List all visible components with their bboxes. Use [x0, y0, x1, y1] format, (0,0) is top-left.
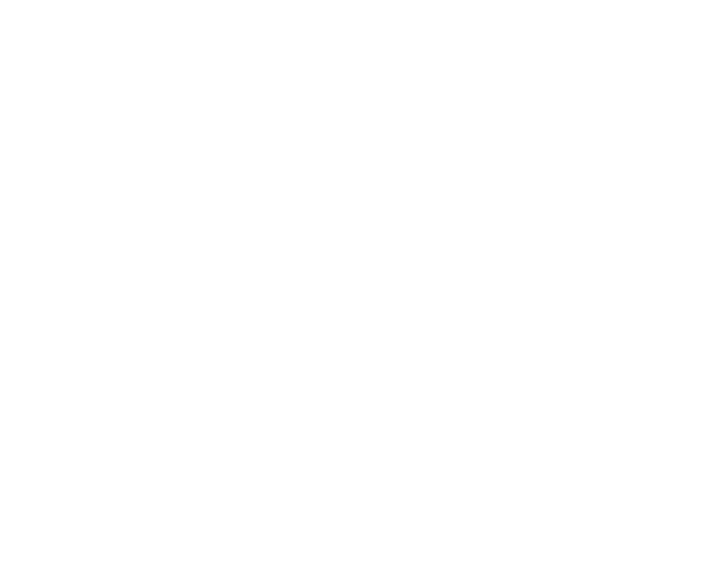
diagram-container — [0, 0, 728, 583]
connector-lines — [0, 0, 728, 583]
